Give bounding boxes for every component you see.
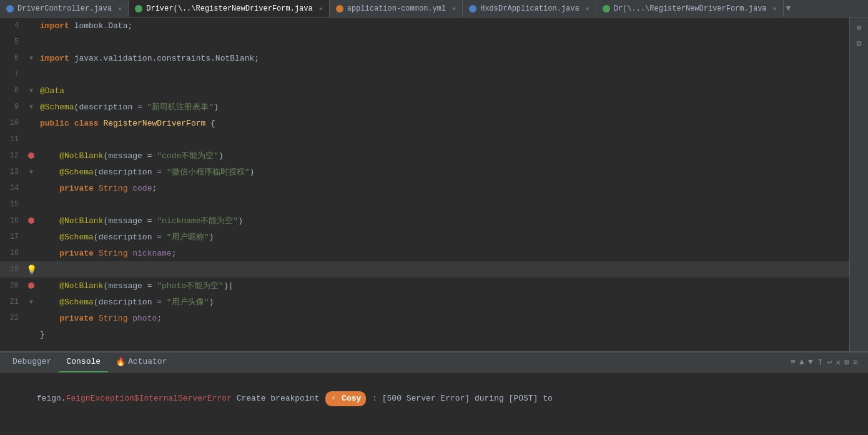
- fold-arrow-icon[interactable]: ▼: [29, 299, 33, 306]
- tab-file-icon: [469, 5, 476, 12]
- toolbar-top-icon[interactable]: ⤒: [817, 358, 824, 368]
- tab-file-icon: [135, 5, 142, 12]
- right-sidebar: ⊕ ⚙: [849, 18, 868, 351]
- console-line-2: [http://hxds-dr/driver/registerNewDriver…: [7, 420, 861, 435]
- tab-file-icon: [6, 5, 14, 12]
- breakpoint-icon[interactable]: [28, 152, 34, 159]
- code-line: 8 ▼ @Data: [0, 82, 868, 99]
- cosy-badge: ⚡Cosy: [325, 391, 366, 406]
- code-line: 12 @NotBlank(message = "code不能为空"): [0, 148, 868, 164]
- bulb-icon: 💡: [26, 264, 37, 275]
- tab-close[interactable]: ✕: [452, 5, 456, 12]
- code-line: 7: [0, 66, 868, 82]
- code-editor: 4 import lombok.Data; 5 6 ▼ import javax…: [0, 18, 868, 351]
- toolbar-menu-icon[interactable]: ≡: [791, 358, 796, 367]
- tab-console[interactable]: Console: [59, 352, 108, 372]
- tab-bar: DriverController.java ✕ Driver(\..\Regis…: [0, 0, 868, 18]
- tab-actuator[interactable]: 🔥 Actuator: [108, 352, 174, 372]
- console-content: feign.FeignException$InternalServerError…: [0, 372, 868, 435]
- tab-hxdsdrapplication[interactable]: HxdsDrApplication.java ✕: [463, 0, 596, 17]
- toolbar-up-icon[interactable]: ▲: [799, 358, 804, 367]
- cosy-logo: ⚡: [328, 393, 339, 404]
- code-line: 19 💡: [0, 261, 868, 278]
- settings-icon[interactable]: ⚙: [856, 38, 861, 49]
- fold-arrow-icon[interactable]: ▼: [29, 104, 33, 111]
- code-line: 5: [0, 34, 868, 50]
- fold-arrow-icon[interactable]: ▼: [29, 55, 33, 62]
- tab-registernewdriverform-1[interactable]: Driver(\..\RegisterNewDriverForm.java ✕: [129, 0, 329, 17]
- toolbar-grid-icon[interactable]: ⊞: [844, 358, 849, 368]
- toolbar-wrap-icon[interactable]: ↩: [827, 358, 832, 368]
- expand-icon[interactable]: ⊕: [856, 22, 861, 33]
- breakpoint-icon[interactable]: [28, 218, 34, 224]
- tab-overflow-arrow[interactable]: ▼: [786, 4, 791, 13]
- tab-application-common[interactable]: application-common.yml ✕: [330, 0, 463, 17]
- tab-close[interactable]: ✕: [586, 5, 589, 12]
- toolbar-filter-icon[interactable]: ≋: [853, 358, 858, 368]
- tab-debugger[interactable]: Debugger: [5, 352, 59, 372]
- code-line: 20 @NotBlank(message = "photo不能为空")|: [0, 278, 868, 294]
- code-line: 16 @NotBlank(message = "nickname不能为空"): [0, 212, 868, 229]
- bottom-panel: Debugger Console 🔥 Actuator ≡ ▲ ▼ ⤒ ↩ ✕ …: [0, 351, 868, 435]
- console-line-1: feign.FeignException$InternalServerError…: [7, 378, 861, 420]
- toolbar-down-icon[interactable]: ▼: [808, 358, 813, 367]
- tab-drivercontroller[interactable]: DriverController.java ✕: [0, 0, 129, 17]
- code-line: 9 ▼ @Schema(description = "新司机注册表单"): [0, 99, 868, 115]
- code-line: 17 @Schema(description = "用户昵称"): [0, 229, 868, 245]
- code-line: 13 ▼ @Schema(description = "微信小程序临时授权"): [0, 164, 868, 180]
- code-line: 14 private String code;: [0, 180, 868, 196]
- tab-close[interactable]: ✕: [118, 5, 122, 12]
- code-line: 4 import lombok.Data;: [0, 18, 868, 34]
- tab-registernewdriverform-2[interactable]: Dr(\...\RegisterNewDriverForm.java ✕: [596, 0, 784, 17]
- fold-arrow-icon[interactable]: ▼: [29, 169, 33, 176]
- actuator-icon: 🔥: [116, 357, 126, 367]
- tab-close[interactable]: ✕: [773, 5, 777, 12]
- tab-file-icon: [336, 5, 343, 12]
- code-line: 11: [0, 131, 868, 148]
- tab-file-icon: [603, 5, 610, 12]
- code-line: 22 private String photo;: [0, 310, 868, 326]
- bottom-tab-bar: Debugger Console 🔥 Actuator ≡ ▲ ▼ ⤒ ↩ ✕ …: [0, 352, 868, 372]
- toolbar-cross-icon[interactable]: ✕: [836, 358, 841, 368]
- code-line: 21 ▼ @Schema(description = "用户头像"): [0, 294, 868, 310]
- code-line: }: [0, 326, 868, 342]
- code-line: 6 ▼ import javax.validation.constraints.…: [0, 50, 868, 66]
- fold-arrow-icon[interactable]: ▼: [29, 88, 33, 94]
- code-line: 10 public class RegisterNewDriverForm {: [0, 115, 868, 131]
- bottom-toolbar: ≡ ▲ ▼ ⤒ ↩ ✕ ⊞ ≋: [791, 358, 863, 368]
- code-lines-container: 4 import lombok.Data; 5 6 ▼ import javax…: [0, 18, 868, 351]
- tab-close[interactable]: ✕: [319, 5, 323, 12]
- breakpoint-icon[interactable]: [28, 282, 34, 289]
- code-line: 15: [0, 196, 868, 212]
- cosy-label: Cosy: [342, 392, 361, 406]
- code-line: 18 private String nickname;: [0, 245, 868, 261]
